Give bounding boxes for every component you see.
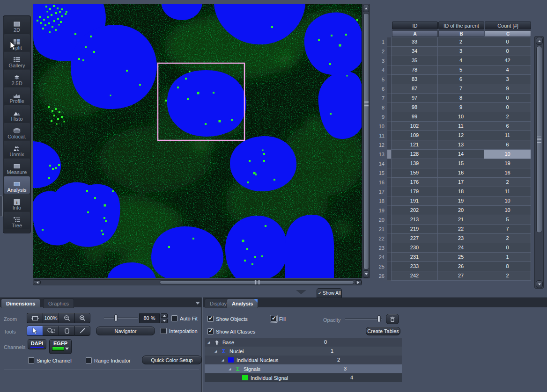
opacity-slider[interactable] <box>345 315 382 323</box>
row-number[interactable]: 9 <box>372 112 387 122</box>
table-cell[interactable]: 4 <box>484 65 531 75</box>
sidebar-item-tree[interactable]: Tree <box>4 212 30 229</box>
zoom-out-button[interactable] <box>59 313 74 323</box>
column-header-id[interactable]: ID <box>392 22 438 29</box>
spin-down-button[interactable] <box>161 319 168 323</box>
table-cell[interactable]: 10 <box>484 196 531 206</box>
table-cell[interactable]: 78 <box>391 65 438 75</box>
table-cell[interactable]: 10 <box>484 150 531 159</box>
checkbox-box[interactable] <box>207 316 214 322</box>
table-cell[interactable]: 27 <box>438 271 484 281</box>
table-cell[interactable]: 11 <box>438 122 484 131</box>
zoom-region-tool-button[interactable] <box>43 326 59 336</box>
row-number[interactable]: 26 <box>372 271 387 281</box>
table-cell[interactable]: 179 <box>391 187 438 196</box>
table-cell[interactable]: 109 <box>391 131 438 140</box>
row-number[interactable]: 14 <box>372 159 387 168</box>
table-cell[interactable]: 12 <box>438 131 484 140</box>
table-cell[interactable]: 17 <box>438 178 484 187</box>
row-number[interactable]: 22 <box>372 234 387 243</box>
sidebar-item-gallery[interactable]: Gallery <box>4 52 30 69</box>
create-tables-button[interactable]: Create Tables <box>366 327 400 335</box>
tree-expander-icon[interactable]: ◢ <box>229 367 234 371</box>
table-cell[interactable]: 9 <box>438 103 484 112</box>
viewer-vscrollbar[interactable] <box>362 4 370 278</box>
row-number[interactable]: 21 <box>372 225 387 234</box>
table-cell[interactable]: 3 <box>438 47 484 56</box>
row-number[interactable]: 10 <box>372 122 387 131</box>
table-cell[interactable]: 10 <box>484 206 531 215</box>
sidebar-item-measure[interactable]: Measure <box>4 159 30 176</box>
table-cell[interactable]: 7 <box>438 84 484 94</box>
table-cell[interactable]: 128 <box>391 150 438 159</box>
table-cell[interactable]: 2 <box>484 234 531 243</box>
table-cell[interactable]: 8 <box>484 262 531 271</box>
row-number[interactable]: 6 <box>372 84 387 94</box>
tab-overflow-dropdown[interactable] <box>195 302 200 305</box>
table-cell[interactable]: 15 <box>438 159 484 168</box>
row-number[interactable]: 15 <box>372 168 387 178</box>
show-all-tab[interactable]: ✓ Show All <box>317 288 342 298</box>
tab-dimensions[interactable]: Dimensions <box>1 298 40 308</box>
table-cell[interactable]: 4 <box>438 56 484 65</box>
table-cell[interactable]: 5 <box>484 215 531 225</box>
tree-expander-icon[interactable]: ◢ <box>222 358 227 362</box>
viewer-hscrollbar[interactable] <box>33 279 362 285</box>
single-channel-checkbox[interactable]: Single Channel <box>28 357 72 363</box>
table-cell[interactable]: 87 <box>391 84 438 94</box>
row-number[interactable]: 23 <box>372 243 387 253</box>
table-vscroll-thumb[interactable] <box>536 46 542 233</box>
table-cell[interactable]: 11 <box>484 131 531 140</box>
quick-color-setup-button[interactable]: Quick Color Setup <box>142 356 202 364</box>
table-cell[interactable]: 35 <box>391 56 438 65</box>
sidebar-item-profile[interactable]: Profile <box>4 87 30 105</box>
table-cell[interactable]: 19 <box>438 196 484 206</box>
tree-item-nuclei[interactable]: ◢ΣNuclei1 <box>205 347 402 356</box>
tree-item-individual-nucleus[interactable]: ◢Individual Nucleus2 <box>205 356 402 364</box>
zoom-100-button[interactable]: 100% <box>43 313 59 323</box>
table-cell[interactable]: 11 <box>484 187 531 196</box>
table-cell[interactable]: 21 <box>438 215 484 225</box>
sidebar-item-histo[interactable]: Histo <box>4 105 30 123</box>
row-number[interactable]: 7 <box>372 94 387 103</box>
table-cell[interactable]: 3 <box>484 75 531 84</box>
table-cell[interactable]: 230 <box>391 243 438 253</box>
table-cell[interactable]: 0 <box>484 37 531 47</box>
table-cell[interactable]: 19 <box>484 159 531 168</box>
column-header-count[interactable]: Count [#] <box>485 22 531 29</box>
table-cell[interactable]: 2 <box>484 178 531 187</box>
table-cell[interactable]: 159 <box>391 168 438 178</box>
row-number[interactable]: 20 <box>372 215 387 225</box>
table-cell[interactable]: 16 <box>484 168 531 178</box>
checkbox-box[interactable] <box>161 328 167 334</box>
table-cell[interactable]: 20 <box>438 206 484 215</box>
table-cell[interactable]: 13 <box>438 140 484 150</box>
scroll-up-button[interactable] <box>363 5 369 12</box>
scroll-left-button[interactable] <box>34 280 41 284</box>
row-number[interactable]: 12 <box>372 140 387 150</box>
table-cell[interactable]: 227 <box>391 234 438 243</box>
tab-analysis[interactable]: Analysis <box>227 298 258 308</box>
column-letter-b[interactable]: B <box>438 30 484 37</box>
table-cell[interactable]: 1 <box>484 253 531 262</box>
table-cell[interactable]: 233 <box>391 262 438 271</box>
table-cell[interactable]: 18 <box>438 187 484 196</box>
row-number[interactable]: 24 <box>372 253 387 262</box>
row-number[interactable]: 4 <box>372 65 387 75</box>
show-objects-checkbox[interactable]: Show Objects <box>207 316 248 322</box>
scroll-down-button[interactable] <box>536 280 543 288</box>
tree-item-signals[interactable]: ◢ΣSignals3 <box>205 364 402 373</box>
viewer-hscroll-thumb[interactable] <box>160 280 354 284</box>
opacity-slider-handle[interactable] <box>377 315 381 322</box>
table-cell[interactable]: 139 <box>391 159 438 168</box>
tab-graphics[interactable]: Graphics <box>43 298 74 308</box>
row-number[interactable]: 8 <box>372 103 387 112</box>
table-cell[interactable]: 9 <box>484 84 531 94</box>
table-cell[interactable]: 97 <box>391 94 438 103</box>
row-number[interactable]: 13 <box>372 150 387 159</box>
cursor-tool-button[interactable] <box>27 326 43 336</box>
row-number[interactable]: 17 <box>372 187 387 196</box>
table-cell[interactable]: 0 <box>484 47 531 56</box>
table-cell[interactable]: 5 <box>438 65 484 75</box>
table-cell[interactable]: 191 <box>391 196 438 206</box>
